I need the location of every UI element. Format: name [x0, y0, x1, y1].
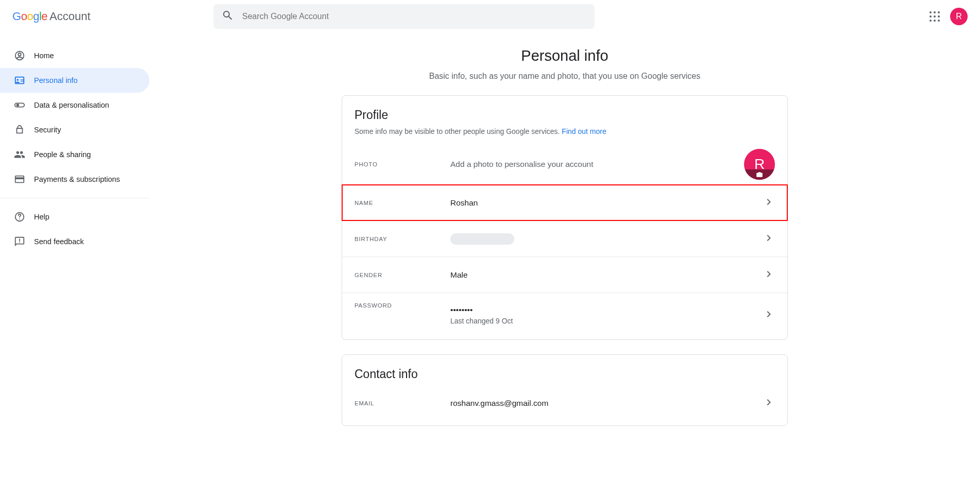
sidebar-item-people-sharing[interactable]: People & sharing: [0, 142, 149, 167]
redacted-value: [450, 233, 514, 245]
logo-account-text: Account: [49, 10, 91, 23]
header: Google Account R: [0, 0, 980, 33]
sidebar-item-label: Security: [34, 126, 61, 134]
profile-card-title: Profile: [342, 108, 787, 122]
sidebar-item-label: People & sharing: [34, 150, 91, 159]
sidebar-item-label: Data & personalisation: [34, 101, 109, 109]
row-value-name: Roshan: [450, 198, 763, 208]
profile-row-birthday[interactable]: BIRTHDAY: [342, 221, 787, 257]
sidebar-item-label: Help: [34, 213, 49, 221]
profile-card-desc: Some info may be visible to other people…: [342, 122, 787, 135]
profile-row-gender[interactable]: GENDER Male: [342, 257, 787, 293]
chevron-right-icon: [763, 268, 775, 282]
contact-card-title: Contact info: [342, 367, 787, 381]
row-label-name: NAME: [354, 200, 450, 206]
profile-card: Profile Some info may be visible to othe…: [342, 95, 788, 340]
page-subtitle: Basic info, such as your name and photo,…: [429, 72, 701, 81]
google-account-logo[interactable]: Google Account: [12, 10, 213, 23]
sidebar-item-data-personalisation[interactable]: Data & personalisation: [0, 93, 149, 117]
sidebar-item-home[interactable]: Home: [0, 43, 149, 68]
row-value-email: roshanv.gmass@gmail.com: [450, 399, 763, 408]
row-value-birthday: [450, 233, 763, 245]
row-value-photo: Add a photo to personalise your account: [450, 160, 744, 169]
sidebar-item-label: Personal info: [34, 76, 78, 84]
account-avatar[interactable]: R: [950, 8, 968, 25]
lock-icon: [13, 124, 26, 136]
row-sub-password: Last changed 9 Oct: [450, 317, 763, 325]
sidebar-item-security[interactable]: Security: [0, 117, 149, 142]
svg-point-1: [18, 53, 21, 56]
search-input[interactable]: [242, 12, 586, 21]
row-value-password: ••••••••: [450, 305, 763, 315]
sidebar-item-feedback[interactable]: Send feedback: [0, 229, 149, 254]
contact-card: Contact info EMAIL roshanv.gmass@gmail.c…: [342, 354, 788, 426]
chevron-right-icon: [763, 396, 775, 411]
chevron-right-icon: [763, 308, 775, 322]
search-icon: [222, 9, 234, 24]
profile-photo-avatar[interactable]: R: [744, 149, 775, 180]
id-card-icon: [13, 74, 26, 87]
sidebar-divider: [0, 198, 149, 198]
search-bar[interactable]: [213, 4, 595, 29]
chevron-right-icon: [763, 196, 775, 210]
row-label-gender: GENDER: [354, 272, 450, 278]
feedback-icon: [13, 235, 26, 248]
row-label-birthday: BIRTHDAY: [354, 236, 450, 242]
profile-row-password[interactable]: PASSWORD •••••••• Last changed 9 Oct: [342, 293, 787, 339]
sidebar-item-help[interactable]: Help: [0, 204, 149, 229]
main-content: Personal info Basic info, such as your n…: [149, 33, 980, 440]
profile-row-name[interactable]: NAME Roshan: [342, 185, 787, 221]
help-icon: [13, 211, 26, 223]
find-out-more-link[interactable]: Find out more: [562, 127, 606, 135]
contact-row-email[interactable]: EMAIL roshanv.gmass@gmail.com: [342, 389, 787, 425]
row-label-photo: PHOTO: [354, 161, 450, 167]
row-label-email: EMAIL: [354, 400, 450, 406]
toggle-icon: [13, 99, 26, 111]
sidebar-item-label: Home: [34, 52, 54, 60]
profile-row-photo[interactable]: PHOTO Add a photo to personalise your ac…: [342, 144, 787, 185]
people-icon: [13, 148, 26, 161]
sidebar-item-label: Payments & subscriptions: [34, 175, 120, 183]
chevron-right-icon: [763, 232, 775, 246]
svg-point-3: [16, 104, 19, 107]
credit-card-icon: [13, 173, 26, 185]
sidebar-item-label: Send feedback: [34, 237, 84, 246]
sidebar-item-personal-info[interactable]: Personal info: [0, 68, 149, 93]
svg-point-5: [19, 218, 20, 219]
camera-icon: [744, 169, 775, 180]
page-title: Personal info: [521, 47, 608, 64]
row-label-password: PASSWORD: [354, 299, 450, 309]
google-apps-icon[interactable]: [928, 10, 941, 23]
home-icon: [13, 49, 26, 62]
sidebar-item-payments[interactable]: Payments & subscriptions: [0, 167, 149, 192]
row-value-gender: Male: [450, 270, 763, 280]
sidebar: Home Personal info Data & personalisatio…: [0, 33, 149, 440]
